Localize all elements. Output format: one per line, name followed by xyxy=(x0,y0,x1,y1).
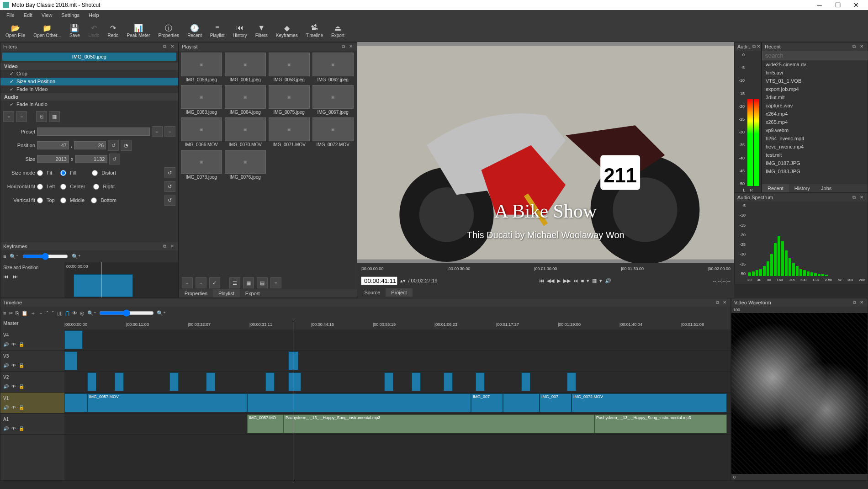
track-v1[interactable]: IMG_0057.MOV IMG_007 IMG_007 IMG_0072.MO… xyxy=(64,393,730,414)
hide-icon[interactable]: 👁 xyxy=(11,384,16,389)
tab-jobs[interactable]: Jobs xyxy=(815,184,837,192)
dock-icon[interactable]: ⧉ xyxy=(851,299,857,306)
recent-item[interactable]: vp9.webm xyxy=(762,126,868,134)
recent-item[interactable]: capture.wav xyxy=(762,101,868,110)
hide-icon[interactable]: 👁 xyxy=(11,405,16,410)
player-ruler[interactable]: |00:00:00:00|00:00:30:00|00:01:00:00|00:… xyxy=(357,263,734,274)
tl-paste-button[interactable]: 📋 xyxy=(21,310,28,316)
kf-zoom-slider[interactable] xyxy=(22,253,68,260)
lock-icon[interactable]: 🔓 xyxy=(19,405,24,410)
playlist-item[interactable]: ▣IMG_0075.jpeg xyxy=(269,85,310,115)
tab-export[interactable]: Export xyxy=(240,289,265,298)
lock-icon[interactable]: 🔓 xyxy=(19,342,24,347)
track-header-a1[interactable]: A1🔊👁🔓 xyxy=(0,414,64,435)
track-v3[interactable] xyxy=(64,351,730,372)
minimize-button[interactable]: ─ xyxy=(810,1,829,9)
mute-icon[interactable]: 🔊 xyxy=(3,363,9,368)
sizemode-distort-radio[interactable] xyxy=(92,170,98,176)
filter-fade-in-video[interactable]: Fade In Video xyxy=(0,85,178,93)
hfit-center-radio[interactable] xyxy=(60,184,66,190)
clip-v1-0[interactable]: IMG_0057.MOV xyxy=(87,393,247,412)
tl-zoom-slider[interactable] xyxy=(99,309,154,317)
playlist-item[interactable]: ▣IMG_0059.jpeg xyxy=(181,53,222,82)
sizemode-fill-radio[interactable] xyxy=(60,170,66,176)
close-panel-icon[interactable]: ✕ xyxy=(858,194,865,201)
track-v4[interactable] xyxy=(64,330,730,351)
position-reset-button[interactable]: ↺ xyxy=(108,140,119,151)
close-panel-icon[interactable]: ✕ xyxy=(348,43,354,50)
grid-menu-button[interactable]: ▾ xyxy=(599,278,602,284)
tl-snap-button[interactable]: ⋂ xyxy=(65,310,69,316)
track-header-v1[interactable]: V1🔊👁🔓 xyxy=(0,393,64,414)
mute-icon[interactable]: 🔊 xyxy=(3,342,9,347)
tab-source[interactable]: Source xyxy=(359,288,386,297)
lock-icon[interactable]: 🔓 xyxy=(19,363,24,368)
tl-split-button[interactable]: ▯▯ xyxy=(57,310,63,316)
dock-icon[interactable]: ⧉ xyxy=(752,43,756,50)
playlist-item[interactable]: ▣IMG_0070.MOV xyxy=(225,117,266,147)
recent-button[interactable]: 🕘Recent xyxy=(184,23,206,39)
open-other--button[interactable]: 📁Open Other... xyxy=(30,23,64,39)
peak-meter-button[interactable]: 📊Peak Meter xyxy=(123,23,153,39)
menu-view[interactable]: View xyxy=(38,11,56,19)
pl-remove-button[interactable]: － xyxy=(196,277,206,288)
recent-item[interactable]: export job.mp4 xyxy=(762,85,868,93)
clip-v1-2[interactable]: IMG_007 xyxy=(540,393,572,412)
tl-overwrite-button[interactable]: ˅ xyxy=(52,310,54,316)
position-y-input[interactable] xyxy=(74,141,106,149)
playlist-item[interactable]: ▣IMG_0072.MOV xyxy=(312,117,354,147)
tl-scrub-button[interactable]: 👁 xyxy=(72,310,77,316)
pl-list-view-button[interactable]: ☰ xyxy=(229,277,240,288)
zoom-out-icon[interactable]: 🔍⁻ xyxy=(10,254,19,260)
loop-button[interactable]: ▾ xyxy=(587,278,589,284)
clip-v1-1[interactable]: IMG_007 xyxy=(471,393,503,412)
timeline-ruler[interactable]: |00:00:00:00|00:00:11:03|00:00:22:07|00:… xyxy=(64,319,730,330)
menu-settings[interactable]: Settings xyxy=(58,11,83,19)
tab-project[interactable]: Project xyxy=(386,288,412,297)
tl-menu-button[interactable]: ≡ xyxy=(3,310,6,316)
recent-item[interactable]: wide25-cinema.dv xyxy=(762,60,868,69)
close-panel-icon[interactable]: ✕ xyxy=(169,43,175,50)
filter-size-position[interactable]: Size and Position xyxy=(0,78,178,85)
recent-item[interactable]: hiri5.avi xyxy=(762,69,868,77)
tab-properties[interactable]: Properties xyxy=(179,289,213,298)
keyframes-button[interactable]: ◆Keyframes xyxy=(272,23,302,39)
forward-button[interactable]: ▶▶ xyxy=(563,278,571,284)
close-panel-icon[interactable]: ✕ xyxy=(757,43,760,50)
pl-menu-button[interactable]: ≡ xyxy=(270,277,281,288)
kf-prev-button[interactable]: ⏮ xyxy=(3,274,8,279)
vfit-bottom-radio[interactable] xyxy=(91,197,97,203)
position-keyframe-button[interactable]: ◔ xyxy=(121,140,132,151)
playlist-item[interactable]: ▣IMG_0073.jpeg xyxy=(181,150,222,180)
clip-v1-3[interactable]: IMG_0072.MOV xyxy=(572,393,727,412)
properties-button[interactable]: ⓘProperties xyxy=(155,23,183,39)
track-header-v4[interactable]: V4🔊👁🔓 xyxy=(0,330,64,351)
menu-file[interactable]: File xyxy=(3,11,18,19)
hide-icon[interactable]: 👁 xyxy=(11,342,16,347)
sizemode-fit-radio[interactable] xyxy=(37,170,43,176)
tl-cut-button[interactable]: ✂ xyxy=(9,310,13,316)
recent-item[interactable]: hevc_nvenc.mp4 xyxy=(762,143,868,151)
play-button[interactable]: ▶ xyxy=(557,278,561,284)
dock-icon[interactable]: ⧉ xyxy=(162,43,168,50)
playlist-item[interactable]: ▣IMG_0062.jpeg xyxy=(312,53,354,82)
pl-add-button[interactable]: ＋ xyxy=(182,277,193,288)
hfit-left-radio[interactable] xyxy=(37,184,43,190)
hfit-reset-button[interactable]: ↺ xyxy=(164,181,175,192)
tab-history[interactable]: History xyxy=(789,184,815,192)
hide-icon[interactable]: 👁 xyxy=(11,363,16,368)
lock-icon[interactable]: 🔓 xyxy=(19,384,24,389)
playlist-item[interactable]: ▣IMG_0066.MOV xyxy=(181,117,222,147)
lock-icon[interactable]: 🔓 xyxy=(19,426,24,431)
menu-edit[interactable]: Edit xyxy=(20,11,36,19)
volume-button[interactable]: 🔊 xyxy=(605,278,611,284)
track-a1[interactable]: IMG_0057.MO Pachyderm_-_13_-_Happy_Song_… xyxy=(64,414,730,435)
export-button[interactable]: ⏏Export xyxy=(328,23,348,39)
mute-icon[interactable]: 🔊 xyxy=(3,405,9,410)
player-canvas[interactable]: 211 A Bike Show This Ducati by Michael W… xyxy=(357,42,734,263)
filters-button[interactable]: ▼Filters xyxy=(252,23,271,39)
track-v2[interactable] xyxy=(64,372,730,393)
recent-item[interactable]: x264.mp4 xyxy=(762,110,868,118)
paste-filter-button[interactable]: ▦ xyxy=(49,111,60,122)
kf-menu-icon[interactable]: ≡ xyxy=(3,254,6,259)
